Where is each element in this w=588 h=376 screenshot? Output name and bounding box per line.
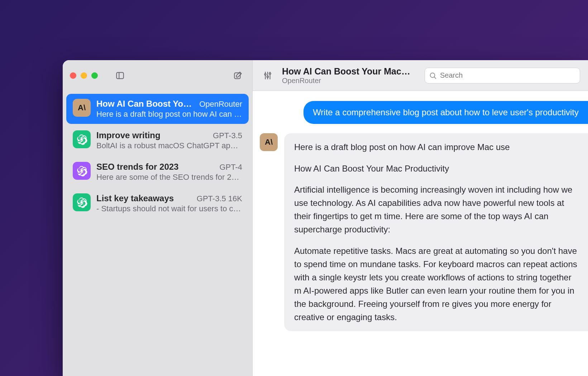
search-input[interactable]	[425, 68, 580, 83]
conversation-title: List key takeaways	[96, 193, 174, 203]
main-toolbar: How AI Can Boost Your Mac Pr... OpenRout…	[253, 60, 588, 91]
sidebar-toolbar	[63, 60, 252, 91]
assistant-paragraph: Here is a draft blog post on how AI can …	[294, 140, 578, 154]
openai-icon	[73, 193, 91, 211]
conversation-item[interactable]: A\ How AI Can Boost Your... OpenRouter H…	[66, 94, 249, 124]
search-icon	[429, 72, 437, 79]
conversation-preview: BoltAI is a robust macOS ChatGPT applic.…	[96, 141, 242, 150]
close-window-button[interactable]	[70, 72, 76, 79]
settings-button[interactable]	[260, 68, 275, 83]
svg-point-8	[269, 73, 271, 74]
page-title: How AI Can Boost Your Mac Pr...	[282, 66, 411, 77]
conversation-model: OpenRouter	[199, 100, 242, 109]
conversation-preview: - Startups should not wait for users to …	[96, 204, 242, 213]
conversation-model: GPT-4	[219, 163, 242, 172]
fullscreen-window-button[interactable]	[91, 72, 98, 79]
conversation-preview: Here are some of the SEO trends for 202.…	[96, 173, 242, 182]
assistant-paragraph: Automate repetitive tasks. Macs are grea…	[294, 244, 578, 324]
chat-body: Write a comprehensive blog post about ho…	[253, 91, 588, 376]
sliders-icon	[263, 71, 272, 80]
conversation-item[interactable]: Improve writing GPT-3.5 BoltAI is a robu…	[66, 125, 249, 155]
header-titles: How AI Can Boost Your Mac Pr... OpenRout…	[282, 66, 411, 85]
sidebar-icon	[115, 71, 125, 80]
toggle-sidebar-button[interactable]	[113, 68, 127, 83]
assistant-message-row: A\ Here is a draft blog post on how AI c…	[253, 133, 588, 331]
svg-point-6	[267, 76, 268, 77]
conversation-title: How AI Can Boost Your...	[96, 99, 195, 109]
svg-point-4	[264, 73, 266, 75]
conversation-preview: Here is a draft blog post on how AI can …	[96, 110, 242, 119]
compose-icon	[233, 71, 243, 80]
conversation-model: GPT-3.5	[213, 131, 242, 140]
openai-icon	[73, 162, 91, 180]
openai-icon	[73, 130, 91, 148]
sidebar: A\ How AI Can Boost Your... OpenRouter H…	[63, 60, 253, 376]
conversation-model: GPT-3.5 16K	[197, 194, 242, 203]
minimize-window-button[interactable]	[81, 72, 87, 79]
conversation-title: SEO trends for 2023	[96, 162, 178, 172]
user-message: Write a comprehensive blog post about ho…	[303, 101, 588, 124]
assistant-paragraph: How AI Can Boost Your Mac Productivity	[294, 162, 578, 175]
assistant-paragraph: Artificial intelligence is becoming incr…	[294, 183, 578, 236]
assistant-avatar: A\	[260, 133, 278, 151]
window-controls	[70, 72, 98, 79]
conversation-list: A\ How AI Can Boost Your... OpenRouter H…	[63, 91, 252, 221]
conversation-title: Improve writing	[96, 130, 161, 140]
anthropic-icon: A\	[73, 99, 91, 117]
app-window: A\ How AI Can Boost Your... OpenRouter H…	[63, 60, 588, 376]
new-chat-button[interactable]	[231, 68, 245, 83]
assistant-message: Here is a draft blog post on how AI can …	[284, 133, 588, 331]
conversation-item[interactable]: List key takeaways GPT-3.5 16K - Startup…	[66, 188, 249, 218]
svg-line-10	[434, 77, 436, 78]
conversation-item[interactable]: SEO trends for 2023 GPT-4 Here are some …	[66, 157, 249, 187]
main-panel: How AI Can Boost Your Mac Pr... OpenRout…	[253, 60, 588, 376]
page-subtitle: OpenRouter	[282, 77, 411, 85]
svg-rect-0	[116, 72, 124, 78]
